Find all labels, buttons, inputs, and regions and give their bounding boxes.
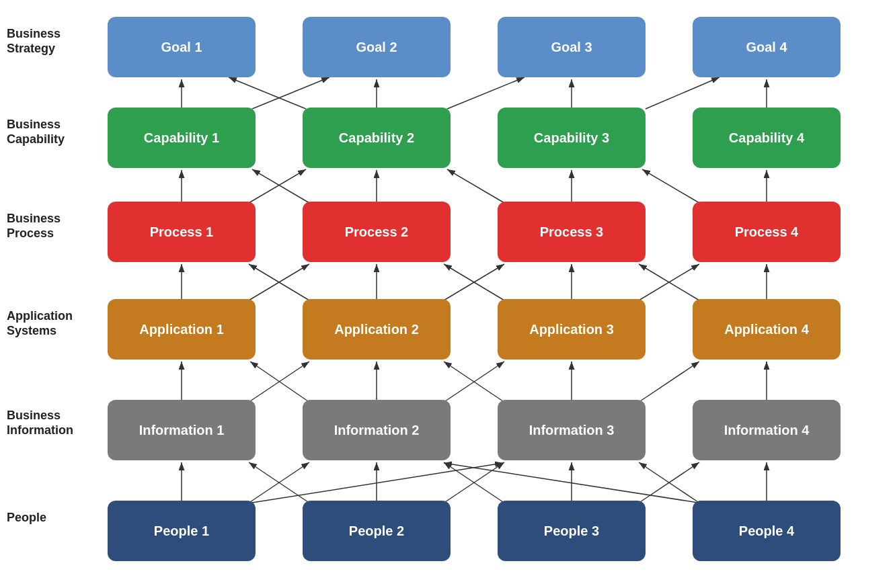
node-capability-4[interactable]: Capability 4 bbox=[693, 108, 841, 168]
svg-line-35 bbox=[444, 362, 503, 401]
node-information-4[interactable]: Information 4 bbox=[693, 400, 841, 460]
svg-line-13 bbox=[252, 169, 309, 203]
node-people-4[interactable]: People 4 bbox=[693, 501, 841, 561]
svg-line-15 bbox=[642, 169, 699, 203]
node-information-2[interactable]: Information 2 bbox=[303, 400, 451, 460]
row-label-1: Business Capability bbox=[7, 118, 101, 146]
svg-line-25 bbox=[444, 264, 504, 300]
svg-line-23 bbox=[639, 264, 699, 300]
svg-line-22 bbox=[444, 264, 504, 300]
svg-line-31 bbox=[250, 362, 309, 401]
svg-line-46 bbox=[252, 463, 503, 503]
row-label-3: Application Systems bbox=[7, 309, 101, 338]
node-goal-3[interactable]: Goal 3 bbox=[498, 17, 646, 77]
svg-line-7 bbox=[646, 77, 719, 109]
node-people-1[interactable]: People 1 bbox=[108, 501, 256, 561]
svg-line-8 bbox=[229, 77, 306, 109]
node-people-3[interactable]: People 3 bbox=[498, 501, 646, 561]
svg-line-14 bbox=[447, 169, 504, 203]
svg-line-21 bbox=[249, 264, 309, 300]
diagram-container: Business StrategyGoal 1Goal 2Goal 3Goal … bbox=[0, 0, 895, 588]
node-process-3[interactable]: Process 3 bbox=[498, 202, 646, 262]
row-label-0: Business Strategy bbox=[7, 27, 101, 56]
node-capability-1[interactable]: Capability 1 bbox=[108, 108, 256, 168]
svg-line-24 bbox=[249, 264, 309, 300]
node-information-3[interactable]: Information 3 bbox=[498, 400, 646, 460]
row-label-5: People bbox=[7, 511, 101, 526]
node-application-2[interactable]: Application 2 bbox=[303, 299, 451, 360]
node-process-2[interactable]: Process 2 bbox=[303, 202, 451, 262]
svg-line-6 bbox=[447, 77, 524, 109]
row-label-4: Business Information bbox=[7, 409, 101, 437]
svg-line-5 bbox=[252, 77, 329, 109]
svg-line-32 bbox=[445, 362, 504, 401]
node-process-4[interactable]: Process 4 bbox=[693, 202, 841, 262]
svg-line-45 bbox=[639, 462, 698, 502]
node-capability-2[interactable]: Capability 2 bbox=[303, 108, 451, 168]
node-application-4[interactable]: Application 4 bbox=[693, 299, 841, 360]
node-information-1[interactable]: Information 1 bbox=[108, 400, 256, 460]
svg-line-44 bbox=[444, 462, 503, 502]
svg-line-42 bbox=[640, 462, 699, 502]
svg-line-26 bbox=[639, 264, 699, 300]
svg-line-16 bbox=[249, 169, 306, 203]
arrows-svg bbox=[0, 0, 895, 588]
row-label-2: Business Process bbox=[7, 212, 101, 241]
node-process-1[interactable]: Process 1 bbox=[108, 202, 256, 262]
node-capability-3[interactable]: Capability 3 bbox=[498, 108, 646, 168]
svg-line-33 bbox=[640, 362, 699, 401]
svg-line-43 bbox=[249, 462, 308, 502]
node-application-1[interactable]: Application 1 bbox=[108, 299, 256, 360]
svg-line-40 bbox=[250, 462, 309, 502]
node-people-2[interactable]: People 2 bbox=[303, 501, 451, 561]
svg-line-34 bbox=[250, 362, 308, 401]
node-goal-1[interactable]: Goal 1 bbox=[108, 17, 256, 77]
node-goal-4[interactable]: Goal 4 bbox=[693, 17, 841, 77]
node-goal-2[interactable]: Goal 2 bbox=[303, 17, 451, 77]
svg-line-47 bbox=[444, 463, 698, 503]
svg-line-41 bbox=[445, 462, 504, 502]
node-application-3[interactable]: Application 3 bbox=[498, 299, 646, 360]
